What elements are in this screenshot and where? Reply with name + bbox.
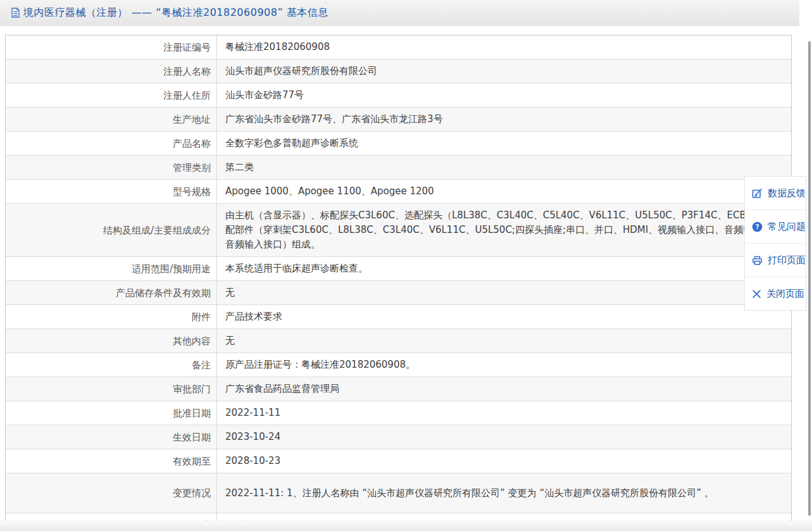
row-label-text: 注册证编号 <box>163 41 211 54</box>
row-value: 全数字彩色多普勒超声诊断系统 <box>217 132 791 155</box>
table-row: 其他内容无 <box>6 329 791 353</box>
page-title: 境内医疗器械（注册） —— “粤械注准20182060908” 基本信息 <box>11 0 328 25</box>
row-value: 第二类 <box>217 156 791 179</box>
question-circle-icon: ? <box>752 222 763 232</box>
side-menu-item-close-x[interactable]: 关闭页面 <box>745 277 806 310</box>
printer-icon <box>752 255 763 266</box>
floating-action-menu: 数据反馈?常见问题打印页面关闭页面 <box>744 176 806 311</box>
row-label: 结构及组成/主要组成成分 <box>6 204 217 256</box>
row-label-text: 型号规格 <box>173 185 211 198</box>
table-row: 批准日期2022-11-11 <box>6 401 791 425</box>
row-label-text: 注册人住所 <box>163 89 211 102</box>
row-label-text: 结构及组成/主要组成成分 <box>103 224 211 237</box>
info-table: 注册证编号粤械注准20182060908注册人名称汕头市超声仪器研究所股份有限公… <box>5 35 792 531</box>
row-label: 注册人名称 <box>6 59 217 83</box>
row-label-text: 备注 <box>192 359 211 372</box>
close-x-icon <box>752 289 761 299</box>
row-value: 无 <box>217 329 791 353</box>
row-label-text: 变更情况 <box>173 487 211 499</box>
row-label-text: 生产地址 <box>173 113 211 126</box>
table-row: 有效期至2028-10-23 <box>6 449 791 473</box>
row-label-text: 管理类别 <box>173 161 211 174</box>
row-value: 汕头市金砂路77号 <box>217 84 791 107</box>
row-label: 备注 <box>6 353 217 377</box>
row-label-text: 产品储存条件及有效期 <box>116 287 211 299</box>
row-label-text: 注册人名称 <box>163 65 211 78</box>
row-label: 附件 <box>6 305 217 328</box>
row-value: Apogee 1000、Apogee 1100、Apogee 1200 <box>217 180 791 203</box>
table-row: 变更情况2022-11-11: 1、注册人名称由 “汕头市超声仪器研究所有限公司… <box>6 473 791 513</box>
row-label: 生产地址 <box>6 108 217 131</box>
row-label: 有效期至 <box>6 449 217 473</box>
row-value: 广东省食品药品监督管理局 <box>217 377 791 401</box>
row-label-text: 附件 <box>192 311 211 323</box>
table-row: 结构及组成/主要组成成分由主机（含显示器）、标配探头C3L60C、选配探头（L8… <box>6 204 791 257</box>
table-row: 注册人住所汕头市金砂路77号 <box>6 84 791 108</box>
row-value: 2023-10-24 <box>217 425 791 449</box>
row-value: 原产品注册证号：粤械注准20182060908。 <box>217 353 791 377</box>
side-menu-item-label: 关闭页面 <box>766 288 804 300</box>
row-value: 由主机（含显示器）、标配探头C3L60C、选配探头（L8L38C、C3L40C、… <box>217 204 791 256</box>
svg-text:?: ? <box>755 223 759 230</box>
side-menu-item-feedback-edit[interactable]: 数据反馈 <box>745 177 806 209</box>
row-label: 管理类别 <box>6 156 217 179</box>
row-label: 注册证编号 <box>6 35 217 59</box>
row-label: 产品名称 <box>6 132 217 155</box>
side-menu-item-label: 数据反馈 <box>768 187 806 199</box>
row-label: 产品储存条件及有效期 <box>6 281 217 304</box>
row-value: 2028-10-23 <box>217 449 791 473</box>
row-label: 生效日期 <box>6 425 217 449</box>
document-icon <box>11 8 20 18</box>
row-label: 注册人住所 <box>6 84 217 107</box>
row-label-text: 适用范围/预期用途 <box>132 263 211 275</box>
row-value: 产品技术要求 <box>217 305 791 328</box>
table-row: 注册人名称汕头市超声仪器研究所股份有限公司 <box>6 59 791 84</box>
table-row: 注册证编号粤械注准20182060908 <box>6 35 791 59</box>
row-value: 粤械注准20182060908 <box>217 35 791 59</box>
vertical-scrollbar-thumb[interactable] <box>808 41 811 516</box>
row-label: 批准日期 <box>6 401 217 425</box>
table-row: 备注原产品注册证号：粤械注准20182060908。 <box>6 353 791 377</box>
row-value: 无 <box>217 281 791 304</box>
table-row: 型号规格Apogee 1000、Apogee 1100、Apogee 1200 <box>6 180 791 204</box>
row-label-text: 有效期至 <box>173 455 211 468</box>
row-label: 型号规格 <box>6 180 217 203</box>
row-label: 变更情况 <box>6 473 217 513</box>
footer-gradient <box>0 521 812 531</box>
table-row: 产品名称全数字彩色多普勒超声诊断系统 <box>6 132 791 156</box>
side-menu-item-printer[interactable]: 打印页面 <box>745 243 806 277</box>
table-row: 生效日期2023-10-24 <box>6 425 791 449</box>
row-label: 其他内容 <box>6 329 217 353</box>
row-value: 本系统适用于临床超声诊断检查。 <box>217 257 791 280</box>
side-menu-item-question-circle[interactable]: ?常见问题 <box>745 209 806 243</box>
row-label: 审批部门 <box>6 377 217 401</box>
table-row: 产品储存条件及有效期无 <box>6 281 791 305</box>
row-label-text: 其他内容 <box>173 335 211 347</box>
row-label-text: 生效日期 <box>173 431 211 444</box>
page-header-bar: 境内医疗器械（注册） —— “粤械注准20182060908” 基本信息 <box>0 0 799 26</box>
row-value: 2022-11-11 <box>217 401 791 425</box>
table-row: 生产地址广东省汕头市金砂路77号、广东省汕头市龙江路3号 <box>6 108 791 132</box>
table-row: 适用范围/预期用途本系统适用于临床超声诊断检查。 <box>6 257 791 281</box>
side-menu-item-label: 常见问题 <box>768 221 806 233</box>
row-label-text: 审批部门 <box>173 383 211 396</box>
table-row: 管理类别第二类 <box>6 156 791 180</box>
row-value: 广东省汕头市金砂路77号、广东省汕头市龙江路3号 <box>217 108 791 131</box>
row-label: 适用范围/预期用途 <box>6 257 217 280</box>
feedback-edit-icon <box>752 188 763 199</box>
side-menu-item-label: 打印页面 <box>768 254 806 266</box>
row-value: 2022-11-11: 1、注册人名称由 “汕头市超声仪器研究所有限公司” 变更… <box>217 473 791 513</box>
row-label-text: 产品名称 <box>173 137 211 150</box>
page-title-text: 境内医疗器械（注册） —— “粤械注准20182060908” 基本信息 <box>23 6 328 20</box>
row-label-text: 批准日期 <box>173 407 211 420</box>
table-row: 审批部门广东省食品药品监督管理局 <box>6 377 791 401</box>
row-value: 汕头市超声仪器研究所股份有限公司 <box>217 59 791 83</box>
table-row: 附件产品技术要求 <box>6 305 791 329</box>
